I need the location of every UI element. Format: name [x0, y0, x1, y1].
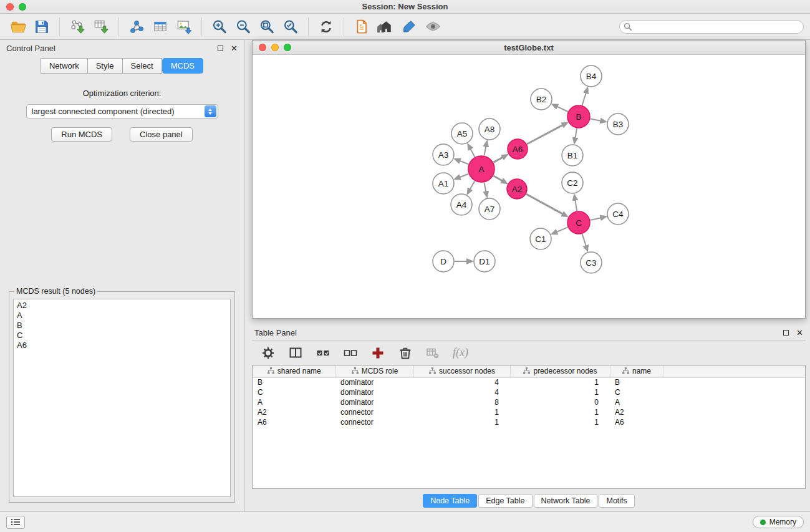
network-node-A3[interactable]: A3 [433, 144, 454, 165]
network-overview-button[interactable] [374, 16, 397, 38]
network-node-B2[interactable]: B2 [531, 89, 552, 110]
save-session-button[interactable] [30, 16, 54, 38]
list-item[interactable]: A2 [17, 301, 227, 311]
zoom-window-icon[interactable] [284, 44, 291, 51]
network-node-A4[interactable]: A4 [451, 194, 472, 215]
column-header-name[interactable]: name [610, 365, 663, 377]
network-node-B1[interactable]: B1 [562, 145, 583, 166]
select-all-button[interactable] [316, 346, 330, 360]
zoom-window-icon[interactable] [19, 3, 26, 11]
graphics-details-button[interactable] [397, 16, 421, 38]
network-edge[interactable] [459, 174, 468, 178]
tab-edge-table[interactable]: Edge Table [478, 494, 532, 508]
show-columns-button[interactable] [288, 346, 303, 360]
tab-network-table[interactable]: Network Table [534, 494, 598, 508]
table-row[interactable]: Adominator80A [253, 397, 805, 407]
network-node-A1[interactable]: A1 [433, 173, 454, 194]
delete-column-button[interactable] [398, 346, 413, 360]
column-header-predecessor-nodes[interactable]: predecessor nodes [510, 365, 610, 377]
minimize-window-icon[interactable] [271, 44, 279, 51]
network-node-A6[interactable]: A6 [508, 139, 528, 159]
eye-button[interactable] [421, 16, 445, 38]
optimization-select[interactable]: largest connected component (directed) [26, 104, 218, 118]
column-header-mcds-role[interactable]: MCDS role [335, 365, 413, 377]
close-window-icon[interactable] [6, 3, 14, 11]
table-row[interactable]: A6connector11A6 [253, 417, 805, 427]
network-edge[interactable] [575, 200, 577, 211]
tab-node-table[interactable]: Node Table [423, 494, 477, 508]
zoom-fit-button[interactable] [255, 16, 279, 38]
network-edge[interactable] [459, 161, 468, 165]
export-image-button[interactable] [172, 16, 196, 38]
open-session-button[interactable] [6, 16, 30, 38]
tab-mcds[interactable]: MCDS [162, 58, 203, 74]
function-builder-button[interactable]: f(x) [453, 346, 468, 359]
add-column-button[interactable] [370, 346, 385, 360]
network-node-C1[interactable]: C1 [530, 228, 551, 249]
network-node-C3[interactable]: C3 [581, 252, 602, 273]
network-node-A2[interactable]: A2 [507, 179, 527, 199]
zoom-in-button[interactable] [208, 16, 231, 38]
table-row[interactable]: A2connector11A2 [253, 407, 805, 417]
network-edge[interactable] [526, 194, 564, 215]
node-table-container[interactable]: shared name MCDS role successor nodes pr… [252, 365, 806, 489]
network-node-C2[interactable]: C2 [562, 172, 583, 193]
network-canvas[interactable]: AA1A2A3A4A5A6A7A8BB1B2B3B4CC1C2C3C4DD1 [253, 55, 805, 318]
network-node-A7[interactable]: A7 [479, 198, 500, 220]
network-node-B[interactable]: B [567, 105, 590, 128]
network-node-A[interactable]: A [468, 156, 494, 182]
network-edge[interactable] [591, 119, 602, 121]
network-edge[interactable] [493, 176, 503, 181]
network-node-C[interactable]: C [567, 211, 590, 234]
tab-select[interactable]: Select [123, 58, 162, 74]
deselect-all-button[interactable] [343, 346, 358, 360]
column-header-shared-name[interactable]: shared name [253, 365, 335, 377]
network-edge[interactable] [484, 146, 486, 156]
network-edge[interactable] [582, 234, 586, 246]
run-mcds-button[interactable]: Run MCDS [51, 127, 112, 142]
table-row[interactable]: Bdominator41B [253, 377, 805, 387]
column-header-successor-nodes[interactable]: successor nodes [413, 365, 510, 377]
zoom-out-button[interactable] [231, 16, 255, 38]
search-input[interactable] [619, 20, 804, 34]
table-row[interactable]: Cdominator41C [253, 387, 805, 397]
mcds-result-list[interactable]: A2 A B C A6 [13, 299, 231, 497]
list-item[interactable]: A6 [17, 341, 227, 351]
network-node-A5[interactable]: A5 [451, 123, 473, 144]
task-history-button[interactable] [6, 516, 25, 529]
network-node-C4[interactable]: C4 [607, 203, 629, 225]
float-panel-icon[interactable] [218, 46, 223, 51]
import-table-button[interactable] [89, 16, 113, 38]
network-edge[interactable] [470, 181, 475, 190]
network-graph[interactable]: AA1A2A3A4A5A6A7A8BB1B2B3B4CC1C2C3C4DD1 [253, 55, 805, 318]
list-item[interactable]: A [17, 311, 227, 321]
memory-button[interactable]: Memory [753, 516, 804, 528]
network-edge[interactable] [557, 106, 568, 112]
network-window-titlebar[interactable]: testGlobe.txt [253, 41, 805, 55]
network-edge[interactable] [575, 128, 577, 139]
tab-style[interactable]: Style [88, 58, 123, 74]
network-edge[interactable] [582, 92, 587, 105]
close-panel-button[interactable]: Close panel [130, 127, 193, 142]
network-edge[interactable] [493, 157, 503, 163]
network-node-B3[interactable]: B3 [607, 114, 629, 135]
network-edge[interactable] [484, 183, 486, 193]
new-table-button[interactable] [148, 16, 172, 38]
table-mode-button[interactable] [425, 346, 440, 360]
import-network-button[interactable] [65, 16, 89, 38]
close-window-icon[interactable] [259, 44, 266, 51]
network-edge[interactable] [470, 148, 475, 157]
network-node-D[interactable]: D [433, 251, 454, 272]
list-item[interactable]: C [17, 331, 227, 341]
network-edge[interactable] [556, 227, 568, 232]
new-network-button[interactable] [125, 16, 148, 38]
close-panel-icon[interactable]: ✕ [796, 329, 803, 337]
network-node-A8[interactable]: A8 [479, 118, 500, 140]
list-item[interactable]: B [17, 321, 227, 331]
network-node-B4[interactable]: B4 [581, 65, 602, 87]
network-edge[interactable] [591, 218, 602, 220]
tab-network[interactable]: Network [41, 58, 88, 74]
zoom-selected-button[interactable] [279, 16, 302, 38]
float-panel-icon[interactable] [783, 330, 789, 336]
network-edge[interactable] [527, 125, 563, 144]
